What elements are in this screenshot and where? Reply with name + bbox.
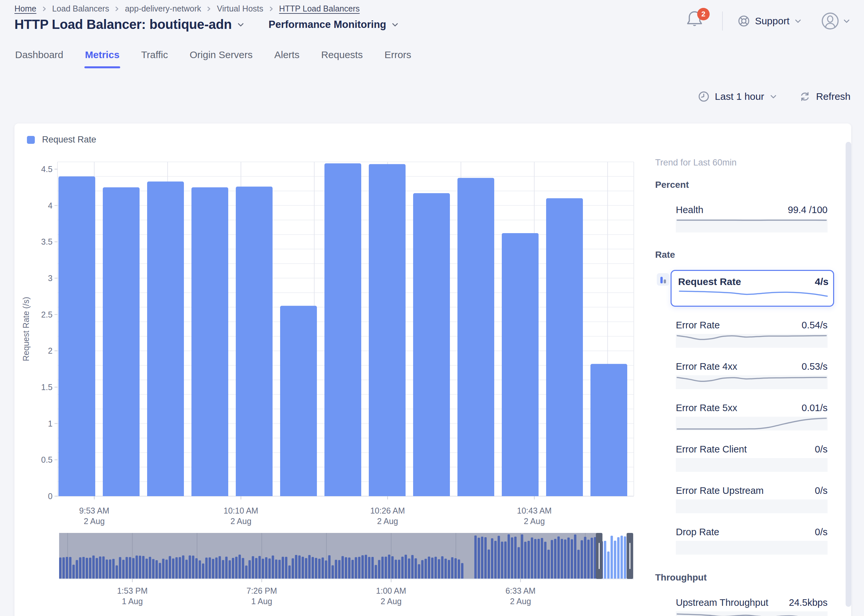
- breadcrumb-home[interactable]: Home: [14, 4, 36, 13]
- metric-row-upstream-throughput[interactable]: Upstream Throughput24.5kbps: [655, 597, 828, 616]
- metric-row-drop-rate[interactable]: Drop Rate0/s: [655, 527, 828, 555]
- svg-text:2 Aug: 2 Aug: [231, 517, 251, 526]
- tab-dashboard[interactable]: Dashboard: [14, 46, 64, 68]
- svg-text:1:00 AM: 1:00 AM: [376, 586, 406, 595]
- sidebar-section-rate: Rate: [655, 250, 828, 260]
- svg-text:10:10 AM: 10:10 AM: [224, 506, 258, 515]
- metric-value: 0/s: [815, 527, 828, 537]
- metric-sparkline: [678, 287, 826, 304]
- bar: [236, 187, 273, 498]
- chevron-down-icon: [794, 17, 802, 25]
- header-divider: [722, 11, 723, 31]
- breadcrumb-namespace[interactable]: app-delivery-network: [125, 4, 201, 13]
- svg-text:1:53 PM: 1:53 PM: [117, 586, 148, 595]
- bar: [58, 176, 95, 498]
- metric-label: Error Rate 4xx: [676, 361, 737, 372]
- sidebar-section-percent: Percent: [655, 180, 828, 190]
- metric-sparkline: [676, 458, 828, 472]
- time-range-selector[interactable]: Last 1 hour: [698, 91, 777, 102]
- tab-alerts[interactable]: Alerts: [273, 46, 300, 68]
- tab-requests[interactable]: Requests: [320, 46, 363, 68]
- metric-label: Upstream Throughput: [676, 597, 768, 608]
- metric-label: Request Rate: [678, 276, 741, 287]
- bar: [413, 193, 450, 498]
- metric-sparkline: [676, 611, 828, 616]
- metric-value: 4/s: [815, 276, 828, 287]
- metrics-panel: Request Rate 00.511.522.533.544.59:53 AM…: [14, 123, 851, 616]
- metric-row-error-rate-4xx[interactable]: Error Rate 4xx0.53/s: [655, 361, 828, 389]
- time-range-label: Last 1 hour: [715, 91, 764, 102]
- y-axis-label: Request Rate (/s): [21, 297, 31, 361]
- bar: [457, 178, 494, 498]
- breadcrumb-load-balancers[interactable]: Load Balancers: [52, 4, 109, 13]
- metric-value: 0.01/s: [801, 402, 828, 413]
- notification-badge: 2: [697, 8, 710, 20]
- tab-origin-servers[interactable]: Origin Servers: [189, 46, 253, 68]
- chevron-right-icon: [268, 6, 275, 12]
- svg-text:2 Aug: 2 Aug: [380, 597, 402, 606]
- svg-text:2 Aug: 2 Aug: [84, 517, 105, 526]
- metric-value: 0/s: [815, 444, 828, 455]
- breadcrumb-virtual-hosts[interactable]: Virtual Hosts: [217, 4, 263, 13]
- chevron-down-icon[interactable]: [236, 20, 245, 29]
- support-menu[interactable]: Support: [737, 14, 802, 28]
- account-menu[interactable]: [821, 12, 851, 30]
- breadcrumb-http-load-balancers[interactable]: HTTP Load Balancers: [279, 4, 360, 13]
- bar-chart-icon: [657, 273, 669, 286]
- svg-text:9:53 AM: 9:53 AM: [79, 506, 109, 515]
- chevron-right-icon: [114, 6, 120, 12]
- svg-text:1 Aug: 1 Aug: [122, 597, 143, 606]
- bar: [502, 233, 539, 498]
- metric-label: Error Rate Upstream: [676, 485, 764, 496]
- svg-text:1.5: 1.5: [41, 383, 53, 392]
- svg-text:2.5: 2.5: [41, 310, 53, 319]
- bar: [147, 182, 184, 498]
- svg-text:2 Aug: 2 Aug: [524, 517, 545, 526]
- active-tab-underline: [85, 66, 120, 68]
- view-selector[interactable]: Performance Monitoring: [269, 19, 399, 31]
- sidebar-scrollbar[interactable]: [846, 142, 851, 607]
- metric-sparkline: [676, 375, 828, 389]
- svg-text:0: 0: [48, 492, 53, 501]
- chart-toolbar: Last 1 hour Refresh: [698, 91, 851, 102]
- bar: [324, 163, 361, 498]
- trend-title: Trend for Last 60min: [655, 158, 828, 168]
- metric-row-error-rate-5xx[interactable]: Error Rate 5xx0.01/s: [655, 402, 828, 431]
- metric-row-error-rate[interactable]: Error Rate0.54/s: [655, 320, 828, 348]
- header-actions: 2 Support: [686, 9, 851, 33]
- support-label: Support: [755, 16, 789, 27]
- tab-bar: Dashboard Metrics Traffic Origin Servers…: [14, 46, 412, 68]
- bar: [192, 187, 228, 498]
- refresh-button[interactable]: Refresh: [799, 91, 851, 102]
- metric-label: Health: [676, 204, 704, 215]
- metric-row-health[interactable]: Health99.4 /100: [655, 204, 828, 233]
- metrics-sidebar: Trend for Last 60min PercentHealth99.4 /…: [655, 123, 828, 616]
- metric-label: Drop Rate: [676, 527, 719, 537]
- metric-row-request-rate[interactable]: Request Rate4/s: [655, 270, 828, 307]
- metric-value: 24.5kbps: [789, 597, 828, 608]
- svg-text:2 Aug: 2 Aug: [377, 517, 398, 526]
- svg-text:3: 3: [48, 273, 53, 283]
- bar: [591, 364, 627, 498]
- tab-traffic[interactable]: Traffic: [141, 46, 169, 68]
- tab-errors[interactable]: Errors: [384, 46, 412, 68]
- svg-text:1 Aug: 1 Aug: [251, 597, 272, 606]
- page: Home Load Balancers app-delivery-network…: [0, 0, 864, 616]
- bar: [369, 164, 405, 498]
- metric-row-error-rate-upstream[interactable]: Error Rate Upstream0/s: [655, 485, 828, 513]
- sidebar-section-throughput: Throughput: [655, 572, 828, 583]
- metric-label: Error Rate: [676, 320, 720, 331]
- metric-label: Error Rate 5xx: [676, 402, 737, 413]
- metric-sparkline: [676, 334, 828, 348]
- page-title[interactable]: HTTP Load Balancer: boutique-adn: [14, 17, 232, 32]
- svg-text:3.5: 3.5: [41, 237, 53, 246]
- tab-metrics[interactable]: Metrics: [85, 46, 120, 68]
- metric-row-error-rate-client[interactable]: Error Rate Client0/s: [655, 444, 828, 472]
- chevron-right-icon: [206, 6, 212, 12]
- notifications-button[interactable]: 2: [686, 9, 705, 33]
- title-row: HTTP Load Balancer: boutique-adn Perform…: [14, 17, 399, 32]
- refresh-icon: [799, 91, 811, 102]
- metric-label: Error Rate Client: [676, 444, 747, 455]
- chevron-right-icon: [41, 6, 48, 12]
- refresh-label: Refresh: [816, 91, 851, 102]
